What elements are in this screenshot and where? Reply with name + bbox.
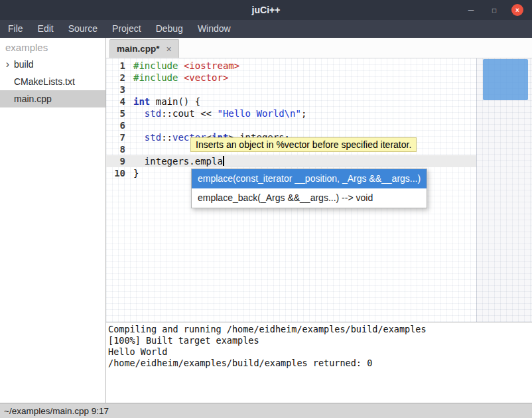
code-text: } bbox=[130, 167, 139, 179]
minimize-icon: ─ bbox=[468, 5, 474, 15]
line-number: 7 bbox=[106, 131, 130, 143]
tab-label: main.cpp* bbox=[117, 44, 160, 54]
main-area: examples ›buildCMakeLists.txtmain.cpp ma… bbox=[0, 38, 532, 403]
minimize-button[interactable]: ─ bbox=[465, 4, 477, 16]
code-token: integers.empla bbox=[133, 156, 223, 167]
window-title: juCi++ bbox=[0, 5, 532, 15]
minimap-slider[interactable] bbox=[483, 59, 528, 100]
code-text: int main() { bbox=[130, 96, 200, 107]
status-file-position: ~/examples/main.cpp 9:17 bbox=[4, 406, 109, 416]
code-token: #include bbox=[133, 72, 178, 83]
code-token: int bbox=[133, 96, 150, 107]
code-text bbox=[130, 84, 133, 96]
jucipp-window: juCi++ ─□× FileEditSourceProjectDebugWin… bbox=[0, 0, 532, 418]
tab-close-icon[interactable]: × bbox=[166, 44, 172, 54]
close-button[interactable]: × bbox=[511, 4, 523, 16]
text-cursor bbox=[223, 156, 224, 166]
terminal-output: Compiling and running /home/eidheim/exam… bbox=[108, 324, 532, 369]
code-line: 6 bbox=[106, 119, 476, 131]
code-token: :: bbox=[161, 132, 172, 143]
code-token bbox=[133, 132, 145, 143]
file-tree: ›buildCMakeLists.txtmain.cpp bbox=[0, 56, 105, 107]
line-number: 1 bbox=[106, 60, 130, 72]
close-icon: × bbox=[515, 7, 519, 14]
tab-main-cpp[interactable]: main.cpp*× bbox=[109, 39, 179, 58]
sidebar-item-label: CMakeLists.txt bbox=[14, 76, 75, 87]
code-area[interactable]: 1#include <iostream>2#include <vector>34… bbox=[106, 60, 476, 179]
menu-debug[interactable]: Debug bbox=[149, 20, 190, 38]
menu-project[interactable]: Project bbox=[105, 20, 149, 38]
code-line: 2#include <vector> bbox=[106, 72, 476, 84]
code-token: std bbox=[145, 108, 161, 119]
menu-edit[interactable]: Edit bbox=[31, 20, 61, 38]
code-token bbox=[133, 108, 145, 119]
code-line: 5 std::cout << "Hello World\n"; bbox=[106, 107, 476, 119]
terminal-line: Hello World bbox=[108, 346, 532, 358]
code-token: std bbox=[145, 132, 161, 143]
terminal-line: Compiling and running /home/eidheim/exam… bbox=[108, 324, 532, 335]
menubar: FileEditSourceProjectDebugWindow bbox=[0, 20, 532, 38]
code-line: 4int main() { bbox=[106, 96, 476, 107]
sidebar-item-main-cpp[interactable]: main.cpp bbox=[0, 90, 105, 107]
editor-column: main.cpp*× 1#include <iostream>2#include… bbox=[106, 38, 532, 403]
window-controls: ─□× bbox=[465, 4, 532, 16]
code-text: #include <iostream> bbox=[130, 60, 239, 72]
code-token: "Hello World\n" bbox=[217, 108, 300, 119]
code-token: <iostream> bbox=[184, 60, 239, 71]
code-text: std::cout << "Hello World\n"; bbox=[130, 107, 306, 119]
sidebar-item-cmakelists-txt[interactable]: CMakeLists.txt bbox=[0, 73, 105, 90]
code-token bbox=[178, 60, 183, 71]
code-line: 1#include <iostream> bbox=[106, 60, 476, 72]
autocomplete-popup: emplace(const_iterator __position, _Args… bbox=[191, 169, 427, 208]
line-number: 6 bbox=[106, 119, 130, 131]
status-bar: ~/examples/main.cpp 9:17 bbox=[0, 403, 532, 418]
code-text: #include <vector> bbox=[130, 72, 228, 84]
editor[interactable]: 1#include <iostream>2#include <vector>34… bbox=[106, 58, 532, 322]
menu-file[interactable]: File bbox=[1, 20, 31, 38]
build-output-panel: Compiling and running /home/eidheim/exam… bbox=[106, 322, 532, 403]
code-text bbox=[130, 119, 133, 131]
completion-item[interactable]: emplace_back(_Args &&__args...) --> void bbox=[192, 188, 427, 208]
terminal-line: /home/eidheim/examples/build/examples re… bbox=[108, 358, 532, 369]
code-line: 9 integers.empla bbox=[106, 155, 476, 167]
code-token: <vector> bbox=[184, 72, 228, 83]
completion-item[interactable]: emplace(const_iterator __position, _Args… bbox=[192, 169, 427, 188]
line-number: 8 bbox=[106, 143, 130, 155]
line-number: 9 bbox=[106, 155, 130, 167]
maximize-button[interactable]: □ bbox=[488, 4, 500, 16]
code-line: 3 bbox=[106, 84, 476, 96]
code-token: main() { bbox=[150, 96, 200, 107]
doc-tooltip: Inserts an object in %vector before spec… bbox=[190, 137, 417, 152]
line-number: 10 bbox=[106, 167, 130, 179]
file-tree-sidebar: examples ›buildCMakeLists.txtmain.cpp bbox=[0, 38, 106, 403]
code-text: integers.empla bbox=[130, 155, 224, 167]
code-token bbox=[178, 72, 183, 83]
titlebar[interactable]: juCi++ ─□× bbox=[0, 0, 532, 20]
maximize-icon: □ bbox=[492, 7, 496, 14]
sidebar-item-label: main.cpp bbox=[14, 94, 52, 104]
line-number: 5 bbox=[106, 107, 130, 119]
menu-source[interactable]: Source bbox=[61, 20, 105, 38]
tab-bar: main.cpp*× bbox=[106, 38, 532, 58]
code-token: ::cout << bbox=[161, 108, 217, 119]
sidebar-item-label: build bbox=[14, 59, 34, 70]
code-text bbox=[130, 143, 133, 155]
project-name-label: examples bbox=[0, 38, 105, 56]
code-token: ; bbox=[301, 108, 306, 119]
code-token: } bbox=[133, 168, 139, 178]
sidebar-item-build[interactable]: ›build bbox=[0, 56, 105, 73]
chevron-right-icon: › bbox=[3, 59, 13, 70]
line-number: 2 bbox=[106, 72, 130, 84]
line-number: 4 bbox=[106, 96, 130, 107]
menu-window[interactable]: Window bbox=[190, 20, 238, 38]
code-token: #include bbox=[133, 60, 178, 71]
line-number: 3 bbox=[106, 84, 130, 96]
terminal-line: [100%] Built target examples bbox=[108, 335, 532, 346]
